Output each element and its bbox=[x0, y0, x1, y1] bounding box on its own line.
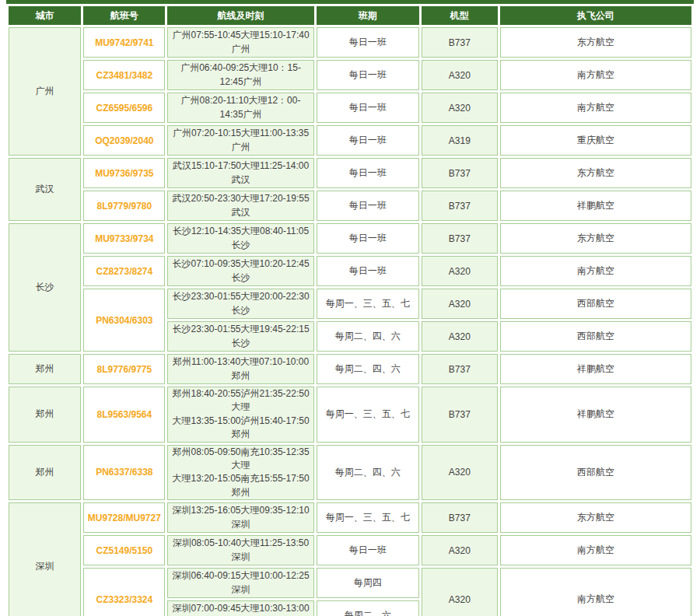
aircraft-cell: B737 bbox=[422, 354, 498, 384]
schedule-cell: 每周二、六 bbox=[317, 600, 419, 616]
aircraft-cell: A319 bbox=[422, 125, 498, 156]
header-cell-schedule: 班期 bbox=[317, 6, 419, 25]
flight-number-cell: PN6304/6303 bbox=[83, 289, 165, 352]
table-row: 广州 MU9742/9741 广州07:55-10:45大理15:10-17:4… bbox=[9, 27, 691, 58]
route-cell: 广州08:20-11:10大理12：00-14:35广州 bbox=[167, 93, 313, 123]
route-cell: 郑州11:00-13:40大理07:10-10:00郑州 bbox=[167, 354, 313, 384]
header-cell-flight-number: 航班号 bbox=[83, 6, 165, 25]
route-cell: 深圳08:05-10:40大理11:25-13:50深圳 bbox=[167, 535, 313, 565]
schedule-cell: 每日一班 bbox=[317, 60, 419, 90]
flight-number-cell: MU9733/9734 bbox=[83, 223, 165, 254]
flight-schedule-table: 城市 航班号 航线及时刻 班期 机型 执飞公司 广州 MU9742/9741 广… bbox=[6, 4, 694, 616]
aircraft-cell: A320 bbox=[422, 289, 498, 319]
route-cell: 武汉15:10-17:50大理11:25-14:00武汉 bbox=[167, 158, 313, 188]
city-cell: 广州 bbox=[9, 27, 81, 156]
aircraft-cell: B737 bbox=[422, 191, 498, 221]
aircraft-cell: B737 bbox=[422, 27, 498, 58]
airline-cell: 南方航空 bbox=[500, 568, 691, 616]
airline-cell: 祥鹏航空 bbox=[500, 387, 691, 443]
header-cell-route-time: 航线及时刻 bbox=[167, 6, 313, 25]
route-cell: 广州07:55-10:45大理15:10-17:40广州 bbox=[167, 27, 313, 58]
route-cell: 深圳13:25-16:05大理09:35-12:10深圳 bbox=[167, 502, 313, 533]
route-cell: 广州06:40-09:25大理10：15-12:45广州 bbox=[167, 60, 313, 90]
airline-cell: 南方航空 bbox=[500, 256, 691, 286]
flight-number-cell: 8L9776/9775 bbox=[83, 354, 165, 384]
schedule-cell: 每日一班 bbox=[317, 93, 419, 123]
aircraft-cell: B737 bbox=[422, 502, 498, 533]
route-cell: 深圳07:00-09:45大理10:30-13:00深圳 bbox=[167, 600, 313, 616]
route-cell: 长沙12:10-14:35大理08:40-11:05长沙 bbox=[167, 223, 313, 254]
route-cell: 武汉20:50-23:30大理17:20-19:55武汉 bbox=[167, 191, 313, 221]
table-row: 郑州 8L9563/9564 郑州18:40-20:55泸州21:35-22:5… bbox=[9, 387, 691, 443]
table-row: 郑州 PN6337/6338 郑州08:05-09:50南充10:35-12:3… bbox=[9, 445, 691, 501]
airline-cell: 西部航空 bbox=[500, 289, 691, 319]
table-row: 8L9779/9780 武汉20:50-23:30大理17:20-19:55武汉… bbox=[9, 191, 691, 221]
table-row: CZ8273/8274 长沙07:10-09:35大理10:20-12:45长沙… bbox=[9, 256, 691, 286]
schedule-cell: 每日一班 bbox=[317, 256, 419, 286]
route-cell: 长沙23:30-01:55大理19:45-22:15长沙 bbox=[167, 321, 313, 352]
flight-number-cell: 8L9563/9564 bbox=[83, 387, 165, 443]
aircraft-cell: A320 bbox=[422, 60, 498, 90]
airline-cell: 东方航空 bbox=[500, 27, 691, 58]
route-cell: 长沙23:30-01:55大理20:00-22:30长沙 bbox=[167, 289, 313, 319]
city-cell: 武汉 bbox=[9, 158, 81, 221]
flight-number-cell: CZ3323/3324 bbox=[83, 568, 165, 616]
header-cell-airline: 执飞公司 bbox=[500, 6, 691, 25]
table-header-row: 城市 航班号 航线及时刻 班期 机型 执飞公司 bbox=[9, 6, 691, 25]
table-row: 武汉 MU9736/9735 武汉15:10-17:50大理11:25-14:0… bbox=[9, 158, 691, 188]
city-cell: 郑州 bbox=[9, 354, 81, 384]
aircraft-cell: A320 bbox=[422, 535, 498, 565]
route-cell: 长沙07:10-09:35大理10:20-12:45长沙 bbox=[167, 256, 313, 286]
aircraft-cell: B737 bbox=[422, 223, 498, 254]
city-cell: 深圳 bbox=[9, 502, 81, 616]
schedule-cell: 每日一班 bbox=[317, 191, 419, 221]
route-cell: 深圳06:40-09:15大理10:00-12:25深圳 bbox=[167, 568, 313, 598]
airline-cell: 南方航空 bbox=[500, 93, 691, 123]
flight-number-cell: CZ5149/5150 bbox=[83, 535, 165, 565]
airline-cell: 东方航空 bbox=[500, 158, 691, 188]
schedule-cell: 每周一、三、五、七 bbox=[317, 387, 419, 443]
table-row: PN6304/6303 长沙23:30-01:55大理20:00-22:30长沙… bbox=[9, 289, 691, 319]
aircraft-cell: A320 bbox=[422, 93, 498, 123]
aircraft-cell: A320 bbox=[422, 256, 498, 286]
flight-number-cell: CZ8273/8274 bbox=[83, 256, 165, 286]
header-cell-city: 城市 bbox=[9, 6, 81, 25]
airline-cell: 祥鹏航空 bbox=[500, 354, 691, 384]
aircraft-cell: A320 bbox=[422, 568, 498, 616]
city-cell: 郑州 bbox=[9, 445, 81, 501]
schedule-cell: 每日一班 bbox=[317, 125, 419, 156]
table-row: CZ6595/6596 广州08:20-11:10大理12：00-14:35广州… bbox=[9, 93, 691, 123]
aircraft-cell: A320 bbox=[422, 321, 498, 352]
table-row: CZ5149/5150 深圳08:05-10:40大理11:25-13:50深圳… bbox=[9, 535, 691, 565]
schedule-cell: 每日一班 bbox=[317, 158, 419, 188]
flight-number-cell: MU9728/MU9727 bbox=[83, 502, 165, 533]
flight-number-cell: 8L9779/9780 bbox=[83, 191, 165, 221]
flight-number-cell: MU9742/9741 bbox=[83, 27, 165, 58]
route-cell: 广州07:20-10:15大理11:00-13:35广州 bbox=[167, 125, 313, 156]
airline-cell: 西部航空 bbox=[500, 321, 691, 352]
schedule-cell: 每周四 bbox=[317, 568, 419, 598]
table-row: 长沙 MU9733/9734 长沙12:10-14:35大理08:40-11:0… bbox=[9, 223, 691, 254]
city-cell: 长沙 bbox=[9, 223, 81, 352]
flight-number-cell: PN6337/6338 bbox=[83, 445, 165, 501]
airline-cell: 祥鹏航空 bbox=[500, 191, 691, 221]
airline-cell: 西部航空 bbox=[500, 445, 691, 501]
table-row: 郑州 8L9776/9775 郑州11:00-13:40大理07:10-10:0… bbox=[9, 354, 691, 384]
schedule-cell: 每周一、三、五、七 bbox=[317, 289, 419, 319]
schedule-cell: 每日一班 bbox=[317, 223, 419, 254]
schedule-cell: 每周二、四、六 bbox=[317, 354, 419, 384]
airline-cell: 重庆航空 bbox=[500, 125, 691, 156]
airline-cell: 南方航空 bbox=[500, 535, 691, 565]
flight-number-cell: MU9736/9735 bbox=[83, 158, 165, 188]
table-row: 深圳 MU9728/MU9727 深圳13:25-16:05大理09:35-12… bbox=[9, 502, 691, 533]
flight-schedule-page: 城市 航班号 航线及时刻 班期 机型 执飞公司 广州 MU9742/9741 广… bbox=[0, 0, 700, 616]
table-row: CZ3323/3324 深圳06:40-09:15大理10:00-12:25深圳… bbox=[9, 568, 691, 598]
flight-number-cell: OQ2039/2040 bbox=[83, 125, 165, 156]
table-row: CZ3481/3482 广州06:40-09:25大理10：15-12:45广州… bbox=[9, 60, 691, 90]
city-cell: 郑州 bbox=[9, 387, 81, 443]
aircraft-cell: A320 bbox=[422, 445, 498, 501]
schedule-cell: 每日一班 bbox=[317, 535, 419, 565]
flight-number-cell: CZ6595/6596 bbox=[83, 93, 165, 123]
airline-cell: 南方航空 bbox=[500, 60, 691, 90]
aircraft-cell: B737 bbox=[422, 158, 498, 188]
